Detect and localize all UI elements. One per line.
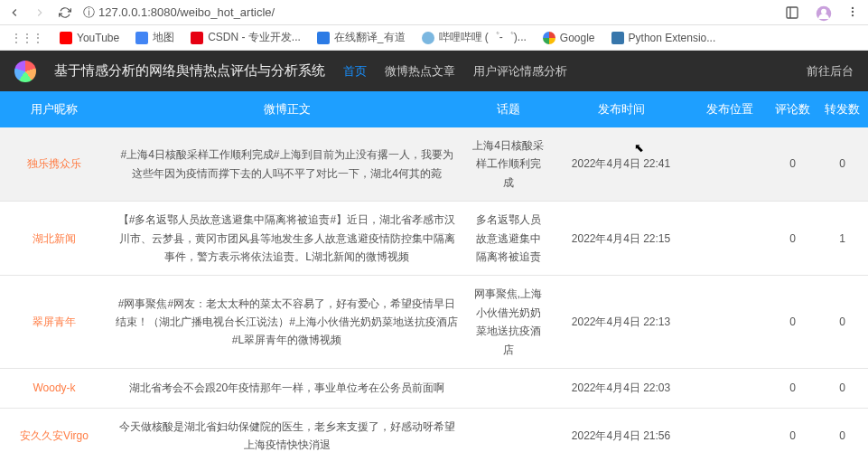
profile-avatar[interactable] (816, 5, 830, 20)
cell-comment: 0 (768, 427, 817, 445)
th-repost: 转发数 (817, 101, 867, 118)
bookmark-favicon (543, 32, 555, 44)
bookmark-favicon (191, 32, 203, 44)
bookmark-item[interactable]: 在线翻译_有道 (317, 30, 406, 45)
cell-text: 今天做核酸是湖北省妇幼保健院的医生，老乡来支援了，好感动呀希望上海疫情快快消退 (108, 418, 465, 452)
cell-comment: 0 (768, 379, 817, 397)
bookmark-favicon (135, 32, 148, 44)
bookmark-item[interactable]: Python Extensio... (611, 30, 716, 45)
bookmark-favicon (422, 32, 434, 44)
table-row[interactable]: Woody-k 湖北省考会不会跟20年疫情那年一样，事业单位考在公务员前面啊 2… (0, 369, 868, 409)
reload-button[interactable] (58, 5, 72, 20)
bookmark-favicon (611, 32, 624, 44)
bookmark-favicon (60, 32, 72, 44)
menu-icon[interactable] (846, 5, 861, 20)
svg-point-3 (852, 6, 854, 8)
bookmark-item[interactable]: YouTube (60, 30, 119, 45)
svg-point-4 (852, 10, 854, 12)
weibo-table: 用户昵称 微博正文 话题 发布时间 发布位置 评论数 转发数 独乐携众乐 #上海… (0, 91, 868, 452)
nav-link[interactable]: 用户评论情感分析 (473, 63, 567, 80)
table-row[interactable]: 湖北新闻 【#多名返鄂人员故意逃避集中隔离将被追责#】近日，湖北省孝感市汉川市、… (0, 202, 868, 276)
forward-button[interactable] (33, 5, 47, 20)
bookmark-favicon (317, 32, 330, 44)
cell-comment: 0 (768, 230, 817, 248)
bookmark-label: CSDN - 专业开发... (208, 30, 301, 45)
svg-point-2 (821, 8, 826, 14)
nav-link[interactable]: 首页 (343, 63, 367, 80)
bookmark-label: 哔哩哔哩 (゜-゜)... (439, 30, 527, 45)
back-button[interactable] (7, 5, 22, 20)
bookmarks-bar: ⋮⋮⋮ YouTube地图CSDN - 专业开发...在线翻译_有道哔哩哔哩 (… (0, 25, 868, 51)
cell-repost: 0 (817, 427, 867, 445)
bookmark-label: 地图 (153, 30, 174, 45)
cell-topic: 多名返鄂人员故意逃避集中隔离将被追责 (465, 211, 551, 266)
th-topic: 话题 (465, 101, 551, 118)
cell-time: 2022年4月4日 22:15 (551, 230, 691, 248)
cell-user: 独乐携众乐 (0, 155, 108, 173)
cell-repost: 0 (817, 379, 867, 397)
cell-repost: 1 (817, 230, 867, 248)
bookmark-item[interactable]: Google (543, 30, 595, 45)
bookmark-label: Python Extensio... (629, 32, 716, 44)
cell-user: 湖北新闻 (0, 230, 108, 248)
nav-link[interactable]: 微博热点文章 (385, 63, 455, 80)
table-row[interactable]: 独乐携众乐 #上海4日核酸采样工作顺利完成#上海到目前为止没有撂一人，我要为这些… (0, 127, 868, 202)
th-comment: 评论数 (768, 101, 817, 118)
bookmark-item[interactable]: 哔哩哔哩 (゜-゜)... (422, 30, 527, 45)
not-secure-icon: ⓘ (83, 5, 95, 19)
system-title: 基于情感分析的网络舆情热点评估与分析系统 (54, 62, 325, 80)
bookmark-item[interactable]: 地图 (135, 30, 174, 45)
bookmark-label: 在线翻译_有道 (334, 30, 406, 45)
th-user: 用户昵称 (0, 101, 108, 118)
bookmark-label: Google (560, 32, 595, 44)
bookmark-item[interactable]: CSDN - 专业开发... (191, 30, 301, 45)
cell-user: 翠屏青年 (0, 313, 108, 331)
cell-comment: 0 (768, 155, 817, 173)
url-field[interactable]: ⓘ127.0.0.1:8080/weibo_hot_article/ (83, 5, 769, 21)
bookmark-label: YouTube (77, 32, 119, 44)
cell-text: 湖北省考会不会跟20年疫情那年一样，事业单位考在公务员前面啊 (108, 379, 465, 397)
apps-icon[interactable]: ⋮⋮⋮ (11, 32, 43, 44)
cell-comment: 0 (768, 313, 817, 331)
table-row[interactable]: 安久久安Virgo 今天做核酸是湖北省妇幼保健院的医生，老乡来支援了，好感动呀希… (0, 409, 868, 452)
cell-repost: 0 (817, 155, 867, 173)
table-row[interactable]: 翠屏青年 #网事聚焦#网友：老太太种的菜太不容易了，好有爱心，希望疫情早日结束！… (0, 276, 868, 369)
table-header: 用户昵称 微博正文 话题 发布时间 发布位置 评论数 转发数 (0, 91, 868, 127)
svg-rect-0 (787, 7, 798, 18)
cell-topic: 网事聚焦,上海小伙借光奶奶菜地送抗疫酒店 (465, 285, 551, 359)
cell-text: 【#多名返鄂人员故意逃避集中隔离将被追责#】近日，湖北省孝感市汉川市、云梦县，黄… (108, 211, 465, 266)
th-text: 微博正文 (108, 101, 465, 118)
cell-time: 2022年4月4日 21:56 (551, 427, 691, 445)
cell-time: 2022年4月4日 22:03 (551, 379, 691, 397)
app-header: 基于情感分析的网络舆情热点评估与分析系统 首页微博热点文章用户评论情感分析 前往… (0, 51, 868, 91)
backend-link[interactable]: 前往后台 (807, 63, 854, 80)
cell-time: 2022年4月4日 22:41 (551, 155, 691, 173)
cell-time: 2022年4月4日 22:13 (551, 313, 691, 331)
cell-text: #上海4日核酸采样工作顺利完成#上海到目前为止没有撂一人，我要为这些年因为疫情而… (108, 146, 465, 183)
th-time: 发布时间 (551, 101, 691, 118)
svg-point-5 (852, 14, 854, 15)
cell-user: 安久久安Virgo (0, 427, 108, 445)
cell-topic: 上海4日核酸采样工作顺利完成 (465, 137, 551, 192)
cell-user: Woody-k (0, 379, 108, 397)
browser-address-bar: ⓘ127.0.0.1:8080/weibo_hot_article/ (0, 0, 868, 25)
share-icon[interactable] (785, 5, 799, 20)
app-logo (14, 61, 36, 82)
cell-text: #网事聚焦#网友：老太太种的菜太不容易了，好有爱心，希望疫情早日结束！（湖北广播… (108, 295, 465, 350)
cell-repost: 0 (817, 313, 867, 331)
th-loc: 发布位置 (691, 101, 768, 118)
